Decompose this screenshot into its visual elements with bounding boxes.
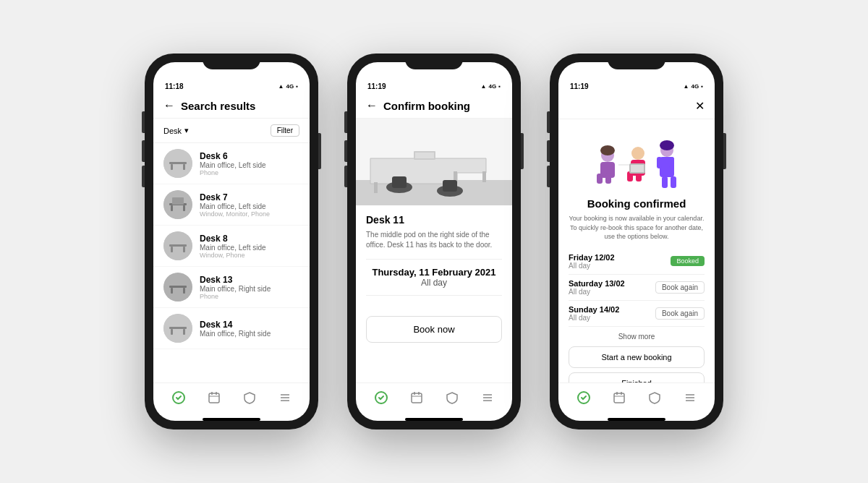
filter-button[interactable]: Filter	[271, 124, 299, 137]
svg-rect-52	[597, 174, 603, 184]
desk-list: Desk 6 Main office, Left side Phone	[153, 143, 310, 382]
svg-rect-37	[392, 176, 407, 188]
desk-features: Window, Monitor, Phone	[200, 210, 299, 218]
page-title: Confirm booking	[383, 100, 470, 112]
signal-icon: ▲	[481, 83, 487, 90]
status-icons: ▲ 4G ▪	[684, 83, 703, 90]
screen-header: ✕	[558, 95, 715, 119]
svg-rect-2	[171, 164, 173, 170]
show-more-button[interactable]: Show more	[569, 327, 705, 346]
desk-features: Phone	[200, 293, 299, 300]
svg-rect-53	[605, 174, 611, 184]
svg-rect-1	[169, 162, 187, 164]
svg-rect-11	[171, 247, 173, 252]
desk-location: Main office, Left side	[200, 244, 299, 252]
status-icons: ▲ 4G ▪	[481, 83, 501, 90]
back-button[interactable]: ←	[366, 99, 378, 112]
nav-shield-icon[interactable]	[441, 389, 463, 406]
svg-rect-6	[171, 205, 173, 211]
desk-info: Desk 6 Main office, Left side Phone	[200, 151, 299, 176]
confirm-date: Thursday, 11 February 2021	[366, 267, 502, 278]
desk-thumb-icon	[163, 273, 192, 302]
confirm-desk-name: Desk 11	[366, 214, 502, 226]
book-again-button[interactable]: Book again	[655, 307, 705, 320]
back-button[interactable]: ←	[163, 99, 175, 112]
svg-rect-35	[482, 171, 486, 182]
phones-container: 11:18 ▲ 4G ▪ ← Search results Desk ▾ Fil…	[130, 39, 738, 444]
nav-menu-icon[interactable]	[477, 389, 498, 406]
nav-menu-icon[interactable]	[274, 389, 296, 406]
status-time: 11:19	[570, 82, 589, 90]
book-now-button[interactable]: Book now	[366, 316, 502, 343]
nav-calendar-icon[interactable]	[203, 389, 225, 406]
desk-location: Main office, Left side	[200, 161, 299, 169]
desk-filter-chip[interactable]: Desk ▾	[163, 126, 189, 135]
nav-shield-icon[interactable]	[239, 389, 260, 406]
desk-thumb-icon	[163, 190, 192, 219]
svg-rect-12	[183, 247, 185, 252]
close-button[interactable]: ✕	[695, 99, 705, 113]
desk-thumb-icon	[163, 231, 192, 260]
svg-point-67	[660, 140, 674, 150]
nav-calendar-icon[interactable]	[608, 389, 630, 406]
svg-rect-8	[172, 197, 184, 205]
desk-features: Phone	[200, 169, 299, 176]
list-item[interactable]: Desk 6 Main office, Left side Phone	[153, 143, 310, 184]
booking-date: Saturday 13/02	[569, 279, 625, 288]
list-item[interactable]: Desk 7 Main office, Left side Window, Mo…	[153, 184, 310, 226]
confirmed-illustration	[558, 119, 715, 192]
desk-location: Main office, Right side	[200, 285, 299, 293]
svg-point-54	[600, 145, 615, 155]
list-item[interactable]: Desk 13 Main office, Right side Phone	[153, 267, 310, 308]
finished-button[interactable]: Finished	[569, 372, 705, 382]
desk-thumb-icon	[163, 149, 192, 178]
svg-rect-63	[657, 157, 662, 168]
svg-rect-20	[183, 329, 185, 335]
page-title: Search results	[181, 100, 255, 112]
desk-name: Desk 7	[200, 192, 299, 202]
svg-point-55	[631, 147, 644, 160]
nav-home-icon[interactable]	[370, 389, 392, 406]
battery-icon: ▪	[701, 83, 703, 90]
confirm-date-block: Thursday, 11 February 2021 All day	[366, 259, 502, 296]
svg-rect-3	[183, 164, 185, 170]
desk-name: Desk 14	[200, 320, 299, 330]
desk-photo-illustration	[356, 119, 512, 205]
nav-menu-icon[interactable]	[679, 389, 701, 406]
phone-screen: 11:18 ▲ 4G ▪ ← Search results Desk ▾ Fil…	[153, 62, 310, 421]
start-new-booking-button[interactable]: Start a new booking	[569, 346, 705, 368]
svg-rect-70	[614, 393, 624, 403]
nav-home-icon[interactable]	[168, 389, 190, 406]
confirm-body: Desk 11 The middle pod on the right side…	[356, 205, 512, 382]
book-again-button[interactable]: Book again	[655, 281, 705, 294]
status-time: 11:19	[367, 82, 386, 90]
list-item[interactable]: Desk 8 Main office, Left side Window, Ph…	[153, 226, 310, 267]
phone-confirm-booking: 11:19 ▲ 4G ▪ ← Confirm booking	[347, 54, 521, 429]
booking-row: Friday 12/02 All day Booked	[569, 249, 705, 275]
desk-name: Desk 8	[200, 234, 299, 244]
confirmed-body: Booking confirmed Your booking is now av…	[558, 192, 715, 382]
filter-chip-label: Desk	[163, 127, 182, 135]
confirmed-title: Booking confirmed	[569, 197, 705, 210]
phone-notch	[608, 54, 665, 69]
booking-date: Friday 12/02	[569, 253, 615, 262]
desk-name: Desk 13	[200, 275, 299, 285]
list-item[interactable]: Desk 14 Main office, Right side	[153, 308, 310, 349]
nav-shield-icon[interactable]	[644, 389, 665, 406]
svg-rect-14	[169, 286, 187, 288]
booking-time: All day	[569, 288, 625, 296]
desk-info: Desk 14 Main office, Right side	[200, 320, 299, 338]
booking-row-info: Sunday 14/02 All day	[569, 305, 619, 322]
booking-time: All day	[569, 314, 619, 322]
svg-rect-15	[171, 288, 173, 294]
bottom-nav	[558, 382, 715, 415]
battery-icon: ▪	[296, 83, 298, 90]
svg-rect-41	[415, 153, 434, 158]
screen-header: ← Search results	[153, 95, 310, 119]
booking-row-info: Friday 12/02 All day	[569, 253, 615, 270]
screen-content: Desk 11 The middle pod on the right side…	[356, 119, 512, 421]
svg-rect-16	[183, 288, 185, 294]
nav-calendar-icon[interactable]	[406, 389, 427, 406]
desk-info: Desk 7 Main office, Left side Window, Mo…	[200, 192, 299, 218]
nav-home-icon[interactable]	[573, 389, 595, 406]
